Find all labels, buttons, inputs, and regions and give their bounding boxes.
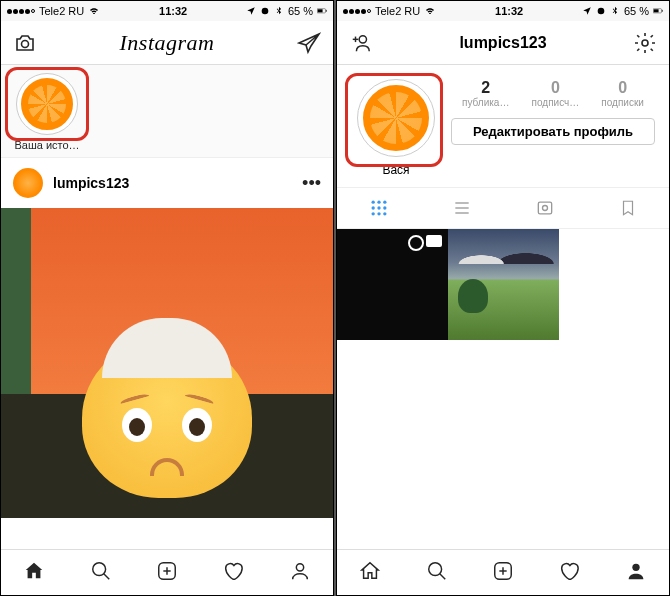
edit-profile-button[interactable]: Редактировать профиль [451,118,655,145]
feed-screen: Tele2 RU 11:32 65 % Instagram Ваша исто… [0,0,334,596]
nav-add-icon[interactable] [156,560,178,586]
post-username[interactable]: lumpics123 [53,175,292,191]
posts-grid [337,229,669,340]
svg-rect-29 [538,202,551,214]
alarm-icon [260,6,270,16]
signal-dots-icon [343,9,371,14]
location-arrow-icon [582,6,592,16]
nav-add-icon[interactable] [492,560,514,586]
bottom-nav [1,549,333,595]
stat-posts[interactable]: 2 публика… [462,79,509,108]
svg-point-30 [542,206,547,211]
profile-title[interactable]: lumpics123 [459,34,546,52]
settings-gear-icon[interactable] [633,31,657,55]
carrier-label: Tele2 RU [375,5,420,17]
location-arrow-icon [246,6,256,16]
svg-rect-1 [318,9,323,12]
post-thumbnail[interactable] [337,229,448,340]
nav-activity-icon[interactable] [558,560,580,586]
profile-screen: Tele2 RU 11:32 65 % lumpics123 Вася [336,0,670,596]
svg-rect-2 [326,10,327,12]
nav-search-icon[interactable] [90,560,112,586]
nav-profile-icon[interactable] [625,560,647,586]
status-time: 11:32 [495,5,523,17]
svg-point-25 [383,212,386,215]
profile-avatar-block[interactable]: Вася [351,79,441,177]
battery-icon [653,6,663,16]
stories-tray: Ваша исто… [1,65,333,158]
svg-rect-12 [662,10,663,12]
svg-point-9 [296,563,303,570]
svg-point-20 [371,206,374,209]
svg-rect-11 [654,9,659,12]
profile-display-name: Вася [351,163,441,177]
post-header: lumpics123 ••• [1,158,333,208]
orange-avatar-icon [21,78,73,130]
direct-icon[interactable] [297,31,321,55]
instagram-logo: Instagram [120,30,215,56]
status-right: 65 % [246,5,327,17]
svg-point-36 [632,563,639,570]
svg-point-23 [371,212,374,215]
status-bar: Tele2 RU 11:32 65 % [1,1,333,21]
stat-following[interactable]: 0 подписки [601,79,644,108]
svg-point-13 [359,35,366,42]
battery-icon [317,6,327,16]
post-image[interactable] [1,208,333,518]
feed-header-bar: Instagram [1,21,333,65]
tab-grid[interactable] [337,188,420,228]
profile-tabs [337,187,669,229]
status-bar: Tele2 RU 11:32 65 % [337,1,669,21]
stat-followers[interactable]: 0 подписч… [532,79,580,108]
tab-tagged[interactable] [503,188,586,228]
post-avatar[interactable] [13,168,43,198]
svg-point-18 [377,201,380,204]
svg-point-19 [383,201,386,204]
wifi-icon [88,5,100,17]
svg-point-24 [377,212,380,215]
svg-point-22 [383,206,386,209]
nav-search-icon[interactable] [426,560,448,586]
bluetooth-icon [610,6,620,16]
nav-home-icon[interactable] [23,560,45,586]
status-left: Tele2 RU [7,5,100,17]
signal-dots-icon [7,9,35,14]
profile-header-bar: lumpics123 [337,21,669,65]
profile-info: Вася 2 публика… 0 подписч… 0 подписки Ре… [337,65,669,187]
post-more-icon[interactable]: ••• [302,173,321,194]
your-story-item[interactable]: Ваша исто… [11,73,83,151]
bottom-nav [337,549,669,595]
svg-point-3 [22,40,29,47]
svg-point-4 [92,562,105,575]
camera-icon[interactable] [13,31,37,55]
battery-percent: 65 % [288,5,313,17]
svg-line-5 [103,573,109,579]
tab-list[interactable] [420,188,503,228]
your-story-label: Ваша исто… [11,139,83,151]
svg-point-16 [642,40,648,46]
orange-avatar-icon [363,85,429,151]
wifi-icon [424,5,436,17]
tab-saved[interactable] [586,188,669,228]
status-time: 11:32 [159,5,187,17]
carrier-label: Tele2 RU [39,5,84,17]
bluetooth-icon [274,6,284,16]
nav-activity-icon[interactable] [222,560,244,586]
svg-point-17 [371,201,374,204]
nav-home-icon[interactable] [359,560,381,586]
svg-point-21 [377,206,380,209]
nav-profile-icon[interactable] [289,560,311,586]
battery-percent: 65 % [624,5,649,17]
alarm-icon [596,6,606,16]
svg-line-32 [439,573,445,579]
discover-people-icon[interactable] [349,31,373,55]
post-thumbnail[interactable] [448,229,559,340]
svg-point-31 [428,562,441,575]
profile-stats: 2 публика… 0 подписч… 0 подписки Редакти… [441,79,655,177]
